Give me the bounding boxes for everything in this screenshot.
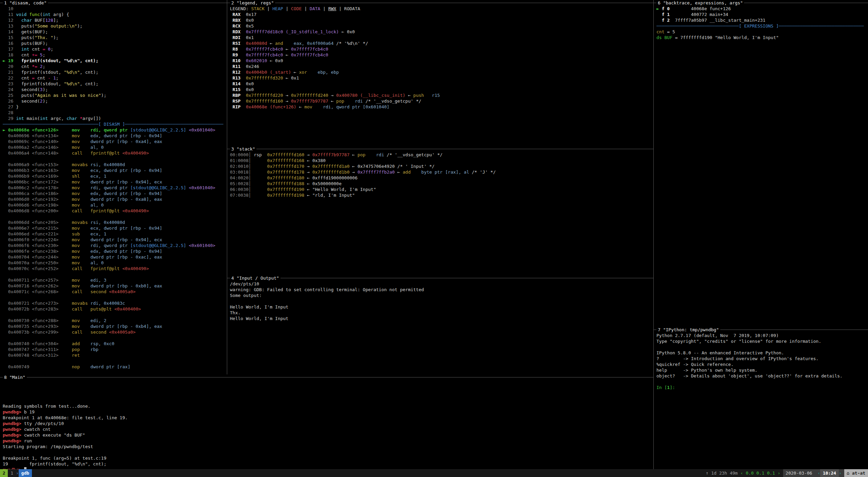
pane-backtrace-expressions-args[interactable]: 6 "backtrace, expressions, args" ► f 0 4… [653,0,868,327]
pane-content-input-output: /dev/pts/10warning: GDB: Failed to set c… [230,281,653,374]
terminal-line: 11 void func(int arg) { [3,12,227,17]
terminal-line: help -> Python's own help system. [656,367,868,373]
terminal-line: 26 second(2); [3,98,227,104]
terminal-line [656,379,868,385]
terminal-line: ? -> Introduction and overview of IPytho… [656,356,868,361]
status-segment-session-indicator: 2 [0,469,8,477]
terminal-line: ds BUF = 7fffffffd190 "Hello World, I'm … [656,35,868,40]
terminal-line: 0x400747 <func+311> pop rbp [3,347,227,352]
terminal-line: 0x400696 <func+134> mov edx, dword ptr [… [3,133,227,139]
terminal-line: 16 puts(BUF); [3,40,227,46]
pane-legend-regs[interactable]: 2 "legend, regs" LEGEND: STACK | HEAP | … [227,0,653,146]
terminal-line: 20 cnt *= 2; [3,64,227,69]
terminal-line: 0x4006fe <func+238> mov edx, dword ptr [… [3,248,227,254]
status-segment-uptime: ↑ 1d 23h 49m [706,469,741,477]
terminal-line: ► 0x40068e <func+126> mov rdi, qword ptr… [3,127,227,133]
terminal-line: ────────────────────────────────────[ DI… [3,121,227,127]
pane-disasm-code[interactable]: 1 "disasm, code" 10 11 void func(int arg… [0,0,227,374]
terminal-line: 0x4006a2 <func+146> mov al, 0 [3,144,227,150]
terminal-line: 02:0010│ 0x7fffffffd170 → 0x7fffffffd1a0… [230,163,653,169]
terminal-line: 0x4006a4 <func+148> call fprintf@plt <0x… [3,150,227,156]
terminal-line: 0x400735 <func+293> mov dword ptr [rbp -… [3,323,227,329]
terminal-line: %quickref -> Quick reference. [656,361,868,367]
pane-stack[interactable]: 3 "stack" 00:0000│ rsp 0x7fffffffd160 → … [227,146,653,275]
terminal-line: R13 0x7fffffffd320 ← 0x1 [230,75,653,81]
terminal-line: 25 puts("Again as it was so nice"); [3,92,227,98]
terminal-line: 03:0018│ 0x7fffffffd178 → 0x7fffffffd1b0… [230,169,653,175]
pane-content-legend-regs: LEGEND: STACK | HEAP | CODE | DATA | RWX… [230,6,653,146]
terminal-line: /dev/pts/10 [230,281,653,287]
terminal-line: RDX 0x7ffff7dd18c0 (_IO_stdfile_1_lock) … [230,29,653,35]
status-segment-window-arrow: › [16,469,19,477]
pane-title-ipython: 7 "IPython: tmp/pwndbg" [656,327,720,333]
status-segment-time-open: ‹ [815,469,820,477]
terminal-line: 17 int cnt = 0; [3,46,227,52]
terminal-line: pwndbg> cwatch cnt [3,426,653,432]
terminal-line: R12 0x4004b0 (_start) ← xor ebp, ebp [230,69,653,75]
status-segment-window-name[interactable]: gdb [19,469,32,477]
terminal-line: R15 0x0 [230,87,653,92]
terminal-line [3,335,227,341]
terminal-line [3,380,653,386]
terminal-line: IPython 5.8.0 -- An enhanced Interactive… [656,350,868,356]
terminal-line: Hello World, I'm Input [230,316,653,321]
pane-title-disasm-code: 1 "disasm, code" [3,0,48,6]
pane-main-gdb-console[interactable]: 8 "Main" Reading symbols from test...don… [0,374,653,469]
terminal-line: RSP 0x7fffffffd160 → 0x7ffff7b97787 ← po… [230,98,653,104]
terminal-line: ► 19 fprintf(stdout, "%d\n", cnt); [3,58,227,64]
terminal-line: ► f 0 40068e func+126 [656,6,868,12]
terminal-line: pwndbg> cwatch execute "ds BUF" [3,432,653,438]
status-left: 2 1 › gdb [0,469,32,477]
terminal-line: cnt = 5 [656,29,868,35]
terminal-line: warning: GDB: Failed to set controlling … [230,287,653,293]
terminal-line: 29 int main(int argc, char *argv[]) [3,116,227,121]
terminal-line: 13 puts("Some output:\n"); [3,23,227,29]
terminal-line: object? -> Details about 'object', use '… [656,373,868,379]
terminal-line: 23 fprintf(stdout, "%d\n", cnt); [3,81,227,87]
terminal-line: 0x4006e7 <func+215> mov ecx, dword ptr [… [3,225,227,231]
pane-input-output[interactable]: 4 "Input / Output" /dev/pts/10warning: G… [227,275,653,374]
terminal-line: In [1]: [656,385,868,390]
status-segment-load-avg: ‹ 0.0 0.1 0.1 › [740,469,783,477]
terminal-line [3,392,653,398]
terminal-line [3,312,227,318]
terminal-line: 0x40070c <func+252> call fprintf@plt <0x… [3,266,227,271]
terminal-line: 10 [3,6,227,12]
terminal-line: 0x40073b <func+299> call second <0x4005a… [3,329,227,335]
terminal-line: Thx. [230,310,653,316]
terminal-line: pwndbg> tty /dev/pts/10 [3,421,653,426]
terminal-line: 0x40070a <func+250> mov al, 0 [3,260,227,266]
terminal-line [3,271,227,277]
terminal-line: 0x4006f0 <func+224> mov dword ptr [rbp -… [3,237,227,243]
terminal-line [3,295,227,300]
terminal-line: 27 } [3,104,227,110]
terminal-line: f 2 7ffff7a05b97 __libc_start_main+231 [656,17,868,23]
terminal-line: 0x400740 <func+304> add rsp, 0xc0 [3,341,227,347]
terminal-line: 22 cnt = cnt - 1; [3,75,227,81]
pane-title-legend-regs: 2 "legend, regs" [230,0,275,6]
status-segment-time: 10:24 [820,469,839,477]
terminal-line: R10 0x602010 ← 0x0 [230,58,653,64]
pane-content-backtrace: ► f 0 40068e func+126 f 1 400772 main+34… [656,6,868,327]
terminal-line: R9 0x7ffff7fcb4c0 ← 0x7ffff7fcb4c0 [230,52,653,58]
terminal-line: RAX 0x17 [230,12,653,17]
terminal-line: pwndbg> run [3,438,653,444]
terminal-line: Breakpoint 1, func (arg=5) at test.c:19 [3,455,653,461]
pane-ipython[interactable]: 7 "IPython: tmp/pwndbg" Python 2.7.17 (d… [653,327,868,469]
terminal-line: 0x400721 <func+273> movabs rdi, 0x40083c [3,300,227,306]
terminal-line: R14 0x0 [230,81,653,87]
tmux-status-bar: 2 1 › gdb ↑ 1d 23h 49m ‹ 0.0 0.1 0.1 › 2… [0,469,868,477]
terminal-line: 00:0000│ rsp 0x7fffffffd160 → 0x7ffff7b9… [230,152,653,158]
terminal-line [3,156,227,162]
terminal-line: 0x40069c <func+140> mov dword ptr [rbp -… [3,139,227,144]
terminal-line: 0x4006bc <func+172> mov dword ptr [rbp -… [3,179,227,185]
terminal-line: RBX 0x0 [230,17,653,23]
terminal-line: RCX 0x5 [230,23,653,29]
terminal-line: 18 cnt += 5; [3,52,227,58]
terminal-line: RDI 0x1 [230,35,653,40]
status-segment-date: 2020-03-06 [783,469,815,477]
terminal-line: 05:0028│ 0x7fffffffd188 ← 0x50000000e [230,181,653,187]
terminal-line: 0x4006a9 <func+153> movabs rsi, 0x40080d [3,162,227,167]
terminal-line [3,358,227,364]
terminal-line: 0x4006ca <func+186> mov edx, dword ptr [… [3,191,227,196]
